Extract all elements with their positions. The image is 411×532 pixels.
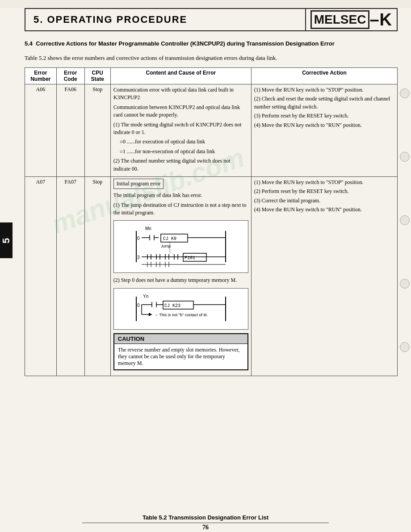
content-a07: Initial program error The initial progra… — [110, 176, 251, 376]
corrective-a07-4: (4) Move the RUN key switch to "RUN" pos… — [254, 206, 394, 214]
corrective-a07-3: (3) Correct the initial program. — [254, 197, 394, 205]
binding-hole — [400, 88, 410, 98]
intro-text: Table 5.2 shows the error numbers and co… — [25, 54, 398, 63]
svg-text:Mn: Mn — [145, 226, 151, 231]
binding-hole — [400, 279, 410, 289]
col-header-cpu-state: CPUState — [84, 68, 110, 84]
caution-box: CAUTION The reverse number and empty slo… — [113, 333, 248, 370]
error-number-a06: A06 — [25, 84, 57, 177]
content-a07-line2: The initial program of data link has err… — [113, 192, 248, 199]
svg-text:0: 0 — [137, 236, 140, 241]
svg-marker-45 — [149, 313, 152, 316]
melsec-logo: MELSEC — [310, 10, 370, 29]
content-a06: Communication error with optical data li… — [110, 84, 251, 177]
corrective-a06-1: (1) Move the RUN key switch to "STOP" po… — [254, 86, 394, 94]
content-item2: (2) The channel number setting digital s… — [113, 157, 248, 173]
content-line2: Communication between K3NCPUP2 and optic… — [113, 104, 248, 119]
ladder-diagram-1: Mn 0 CJ K9 — [113, 220, 248, 273]
footer-table-label: Table 5.2 Transmission Designation Error… — [0, 514, 411, 521]
svg-text:F101: F101 — [185, 256, 195, 260]
binding-hole — [400, 215, 410, 225]
content-sub2: ○1 ......for non-execution of optical da… — [113, 148, 248, 155]
svg-text:Yn: Yn — [143, 294, 148, 299]
corrective-a06: (1) Move the RUN key switch to "STOP" po… — [251, 84, 397, 177]
logo-k: –K — [369, 10, 392, 29]
table-row: A06 FA06 Stop Communication error with o… — [25, 84, 398, 177]
section-heading: 5.4 Corrective Actions for Master Progra… — [25, 39, 398, 48]
side-tab: 5 — [0, 222, 13, 258]
svg-text:→ This is not "b" contact of M: → This is not "b" contact of M. — [154, 313, 208, 317]
corrective-a07-2: (2) Perform reset by the RESET key switc… — [254, 188, 394, 195]
error-code-a06: FA06 — [56, 84, 84, 177]
svg-text:CJ  K23: CJ K23 — [164, 303, 180, 308]
svg-text:3: 3 — [137, 255, 140, 260]
content-sub1: ○0 ......for execution of optical data l… — [113, 138, 248, 146]
binding-hole — [400, 152, 410, 162]
col-header-error-number: ErrorNumber — [25, 68, 57, 84]
page: manualslib.com 5 5. OPERATING PROCEDURE … — [0, 8, 411, 532]
svg-text:0: 0 — [137, 303, 140, 308]
corrective-a06-3: (3) Perform reset by the RESET key switc… — [254, 112, 394, 120]
col-header-corrective: Corrective Action — [251, 68, 397, 84]
col-header-error-code: ErrorCode — [56, 68, 84, 84]
cpu-state-a06: Stop — [84, 84, 110, 177]
content-item1: (1) The mode setting digital switch of K… — [113, 121, 248, 137]
svg-text:Jump: Jump — [161, 244, 171, 248]
caution-body: The reverse number and empty slot memori… — [114, 344, 247, 369]
corrective-a06-4: (4) Move the RUN key switch to "RUN" pos… — [254, 121, 394, 129]
corrective-a07: (1) Move the RUN key switch to "STOP" po… — [251, 176, 397, 376]
table-row: A07 FA07 Stop Initial program error The … — [25, 176, 398, 376]
col-header-content: Content and Cause of Error — [110, 68, 251, 84]
page-header: 5. OPERATING PROCEDURE MELSEC–K — [25, 8, 398, 31]
ladder-diagram-2: Yn 0 CJ K23 — [113, 288, 248, 330]
content-a07-item2: (2) Step 0 does not have a dummy tempora… — [113, 276, 248, 284]
footer-page: 76 — [0, 524, 411, 531]
caution-header: CAUTION — [114, 334, 247, 344]
footer: Table 5.2 Transmission Designation Error… — [0, 514, 411, 531]
content-line1: Communication error with optical data li… — [113, 86, 248, 102]
cpu-state-a07: Stop — [84, 176, 110, 376]
corrective-a06-2: (2) Check and reset the mode setting dig… — [254, 95, 394, 111]
ladder-svg-1: Mn 0 CJ K9 — [132, 224, 230, 269]
corrective-a07-1: (1) Move the RUN key switch to "STOP" po… — [254, 179, 394, 186]
error-code-a07: FA07 — [56, 176, 84, 376]
header-title: 5. OPERATING PROCEDURE — [25, 9, 306, 30]
binding-holes — [398, 8, 411, 532]
footer-line — [82, 523, 329, 523]
binding-hole — [400, 342, 410, 352]
header-logo: MELSEC–K — [306, 9, 397, 30]
main-table: ErrorNumber ErrorCode CPUState Content a… — [25, 67, 398, 376]
ladder-svg-2: Yn 0 CJ K23 — [132, 292, 230, 326]
error-number-a07: A07 — [25, 176, 57, 376]
content-a07-item1: (1) The jump destination of CJ instructi… — [113, 201, 248, 217]
content-a07-line1: Initial program error — [113, 179, 164, 189]
svg-text:CJ   K9: CJ K9 — [163, 236, 176, 241]
